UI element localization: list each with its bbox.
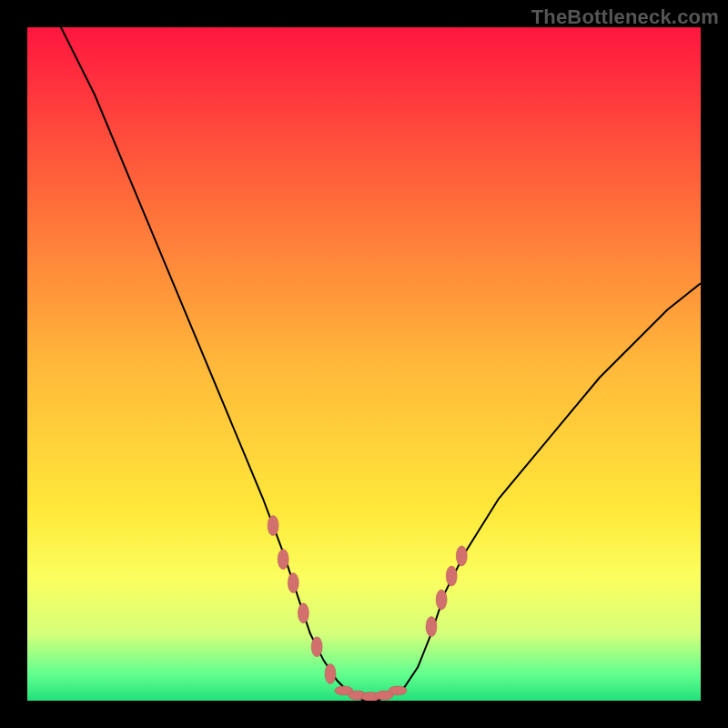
bottleneck-chart: [27, 27, 701, 701]
bead: [325, 663, 336, 683]
bead: [311, 637, 322, 657]
gradient-background: [27, 27, 701, 701]
bead: [456, 546, 467, 566]
bead: [446, 566, 457, 586]
chart-frame: [27, 27, 701, 701]
bead: [436, 590, 447, 610]
bead: [268, 516, 278, 536]
bead: [389, 686, 407, 695]
bead: [278, 550, 288, 570]
bead: [288, 573, 298, 593]
watermark-text: TheBottleneck.com: [531, 5, 719, 29]
bead: [298, 603, 308, 623]
bead: [426, 617, 437, 637]
